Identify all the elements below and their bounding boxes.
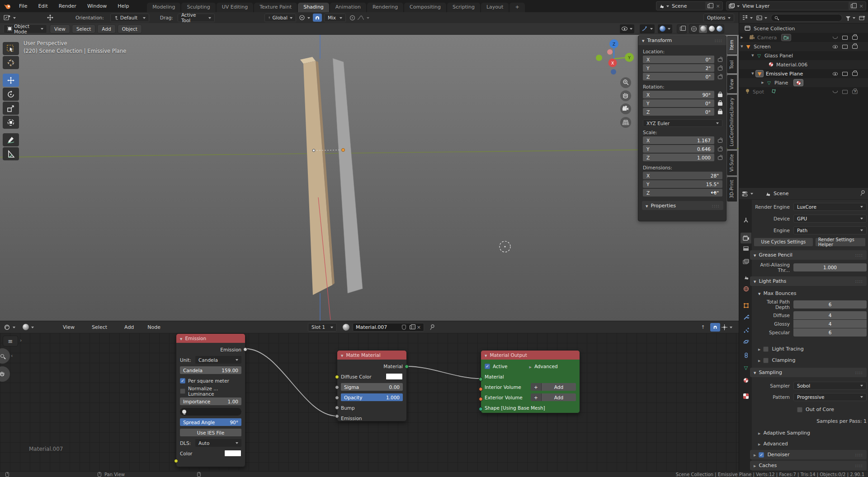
hide-in-viewport-icon[interactable]	[831, 42, 839, 51]
hide-in-viewport-icon[interactable]	[831, 88, 839, 96]
emission-node[interactable]: Emission Emission Unit:Candela Candela15…	[176, 333, 245, 467]
cursor-tool[interactable]	[3, 56, 19, 69]
tab-texture-properties[interactable]	[741, 391, 751, 402]
diffuse-color-swatch[interactable]	[386, 373, 403, 380]
viewport-menu-add[interactable]: Add	[97, 24, 115, 33]
light-paths-section[interactable]: Light Paths	[750, 276, 867, 286]
unlock-icon[interactable]	[718, 139, 722, 143]
gizmos-dropdown[interactable]	[640, 24, 655, 33]
tab-tool-properties[interactable]	[741, 215, 751, 226]
unlock-icon[interactable]	[718, 75, 722, 79]
falloff-dropdown-icon[interactable]	[357, 15, 369, 20]
rotation-y-field[interactable]: Y0°	[643, 99, 714, 107]
per-square-meter-row[interactable]: Per square meter	[180, 377, 241, 384]
candela-slider[interactable]: Candela159.00	[180, 366, 241, 374]
outliner-display-mode-icon[interactable]	[742, 15, 753, 20]
location-y-field[interactable]: Y2"	[643, 64, 714, 72]
viewport-menu-view[interactable]: View	[50, 24, 70, 33]
menu-render[interactable]: Render	[53, 3, 82, 9]
gizmo-neg-y-ball[interactable]	[596, 55, 602, 61]
matte-material-node[interactable]: Matte Material Material Diffuse Color Si…	[337, 350, 407, 421]
opacity-slider[interactable]: Opacity1.000	[341, 393, 403, 401]
transform-orientation-dropdown[interactable]: Global	[264, 14, 296, 22]
visibility-dropdown[interactable]	[620, 24, 634, 33]
annotate-tool[interactable]	[3, 133, 19, 146]
glass-panel-object[interactable]	[333, 58, 363, 293]
sampler-dropdown[interactable]: Sobol	[793, 382, 867, 390]
outliner-row-screen[interactable]: ▼ ▼ Screen	[739, 42, 868, 51]
select-box-tool[interactable]	[3, 42, 19, 55]
collection-icon[interactable]	[744, 26, 751, 32]
expand-icon[interactable]: ▶	[739, 36, 745, 39]
panel-drag-handle[interactable]	[715, 37, 722, 43]
outliner-row-glass-panel[interactable]: ▼ ▽ Glass Panel	[739, 51, 868, 60]
properties-editor-type-icon[interactable]	[742, 191, 753, 196]
scene-browse-icon[interactable]	[656, 3, 669, 9]
location-x-field[interactable]: X0"	[643, 56, 714, 63]
tab-scripting[interactable]: Scripting	[447, 3, 480, 12]
tab-material-properties[interactable]	[741, 375, 751, 386]
overlays-dropdown[interactable]	[658, 24, 672, 33]
proportional-editing-icon[interactable]	[349, 15, 355, 21]
menu-window[interactable]: Window	[82, 3, 112, 9]
mode-dropdown[interactable]: Object Mode	[4, 24, 47, 33]
emissive-plane-front-face[interactable]	[303, 61, 332, 295]
scale-y-field[interactable]: Y0.646	[643, 145, 714, 153]
editor-type-icon[interactable]	[4, 14, 16, 21]
sidebar-tab-view[interactable]: View	[727, 75, 737, 93]
disable-in-renders-icon[interactable]	[851, 42, 859, 51]
outliner-row-emissive-plane[interactable]: ▼ ▼ Emissive Plane	[739, 69, 868, 78]
disable-in-viewports-icon[interactable]	[841, 70, 849, 78]
ortho-grid-button[interactable]	[620, 117, 631, 128]
render-settings-helper-button[interactable]: Render Settings Helper	[815, 238, 866, 247]
shader-editor-type-icon[interactable]	[4, 324, 15, 330]
outliner-row-spot[interactable]: Spot	[739, 87, 868, 96]
render-engine-dropdown[interactable]: LuxCore	[793, 203, 867, 211]
unlock-icon[interactable]	[718, 58, 722, 62]
ies-file-field[interactable]	[180, 408, 241, 416]
light-tracing-checkbox[interactable]	[763, 346, 769, 352]
rendered-shading-icon[interactable]	[717, 26, 722, 32]
view-layer-copy-icon[interactable]	[849, 2, 857, 10]
advanced-toggle[interactable]: Advanced	[534, 364, 558, 369]
unit-dropdown[interactable]: Candela	[195, 356, 241, 364]
glossy-field[interactable]: 4	[793, 320, 867, 328]
unlock-icon[interactable]	[718, 148, 722, 151]
outliner-row-material-006[interactable]: Material.006	[739, 60, 868, 69]
device-dropdown[interactable]: GPU	[793, 215, 867, 223]
material-slot-icon[interactable]	[793, 79, 803, 86]
tab-physics-properties[interactable]	[741, 336, 751, 347]
hide-in-viewport-icon[interactable]	[831, 33, 839, 42]
zoom-button[interactable]	[620, 77, 631, 88]
move-tool[interactable]	[3, 74, 19, 87]
tab-constraint-properties[interactable]	[741, 350, 751, 360]
rotation-z-field[interactable]: Z0°	[643, 108, 714, 116]
outliner-row-plane[interactable]: ▶ ▽ Plane	[739, 78, 868, 87]
view-layer-name[interactable]: View Layer	[740, 3, 849, 9]
copy-material-icon[interactable]	[410, 325, 413, 329]
hamburger-menu-icon[interactable]: ≡	[3, 336, 18, 346]
object-origin-dot[interactable]	[312, 149, 315, 152]
viewport-menu-object[interactable]: Object	[118, 24, 142, 33]
tab-texture-paint[interactable]: Texture Paint	[254, 3, 297, 12]
rotation-x-field[interactable]: X90°	[643, 91, 714, 98]
output-material-input-socket[interactable]	[479, 377, 483, 381]
hide-in-viewport-icon[interactable]	[831, 70, 839, 78]
scene-name[interactable]: Scene	[669, 3, 705, 9]
wireframe-shading-icon[interactable]	[691, 26, 697, 32]
sidebar-tab-luxcore-library[interactable]: LuxCoreOnlineLibrary	[727, 95, 737, 149]
interior-volume-add-button[interactable]: +Add	[531, 383, 576, 391]
add-workspace-button[interactable]: +	[509, 3, 524, 12]
disable-in-viewports-icon[interactable]	[841, 88, 849, 96]
sampling-section[interactable]: Sampling	[750, 368, 867, 377]
normalize-row[interactable]: Normalize ... Luminance	[180, 387, 241, 395]
camera-data-icon[interactable]	[781, 34, 791, 41]
outliner-filter-icon[interactable]	[846, 16, 855, 19]
tab-render-properties[interactable]	[741, 233, 751, 243]
normalize-checkbox[interactable]	[180, 388, 185, 394]
disable-in-renders-icon[interactable]	[851, 33, 859, 42]
lock-icon[interactable]	[718, 111, 722, 114]
sidebar-tab-tool[interactable]: Tool	[727, 56, 737, 73]
exterior-volume-add-button[interactable]: +Add	[531, 393, 576, 401]
new-collection-icon[interactable]	[859, 15, 865, 20]
